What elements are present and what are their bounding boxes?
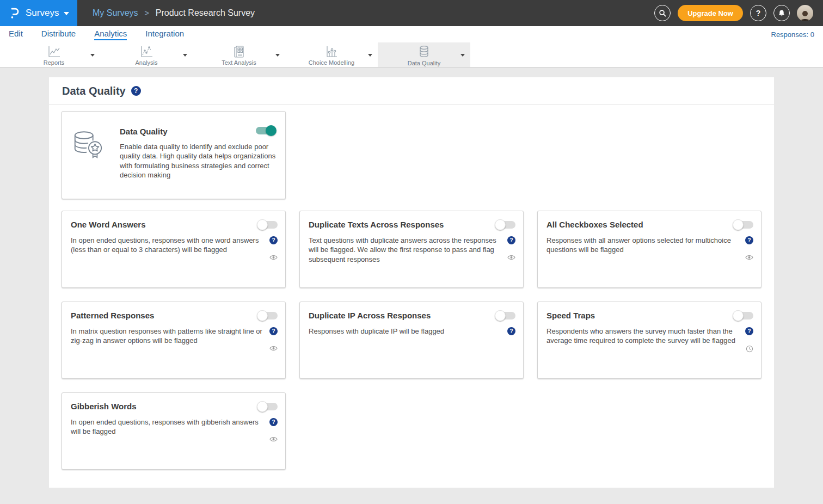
card-help-icon[interactable]: ? (507, 327, 515, 335)
topbar-actions: Upgrade Now ? (654, 5, 823, 21)
nav-item-distribute[interactable]: Distribute (41, 29, 76, 40)
chevron-down-icon[interactable] (460, 54, 465, 57)
page-background: Data Quality ? (0, 67, 823, 503)
product-switcher[interactable]: Surveys (0, 0, 77, 26)
help-button[interactable]: ? (750, 5, 766, 21)
nav-item-edit[interactable]: Edit (9, 29, 23, 40)
card-description: In matrix question responses with patter… (71, 327, 262, 346)
feature-card: Duplicate IP Across Responses Responses … (299, 302, 524, 379)
chevron-down-icon[interactable] (90, 54, 95, 57)
card-title: Patterned Responses (71, 311, 277, 320)
analytics-tabbar: Reports Analysis Text Analysis Choice Mo… (0, 42, 823, 67)
toggle-knob (495, 310, 506, 321)
feature-toggle[interactable] (258, 312, 278, 319)
nav-item-integration[interactable]: Integration (145, 29, 184, 40)
card-help-icon[interactable]: ? (269, 418, 278, 426)
feature-card: Gibberish Words In open ended questions,… (62, 392, 286, 470)
feature-toggle[interactable] (734, 221, 753, 229)
card-help-icon[interactable]: ? (269, 236, 278, 244)
card-title: Duplicate Texts Across Responses (309, 220, 514, 229)
tab-choice-modelling[interactable]: Choice Modelling (285, 42, 378, 67)
toggle-knob (733, 219, 744, 230)
eye-icon[interactable] (507, 254, 515, 261)
question-mark-icon: ? (756, 9, 761, 17)
upgrade-now-button[interactable]: Upgrade Now (678, 5, 743, 21)
page-help-icon[interactable]: ? (131, 86, 141, 96)
feature-card: Patterned Responses In matrix question r… (62, 302, 286, 379)
breadcrumb: My Surveys > Product Research Survey (77, 8, 654, 18)
toggle-knob (257, 310, 268, 321)
document-grid-icon (232, 45, 246, 58)
search-icon (659, 9, 667, 17)
questionpro-logo (9, 7, 21, 20)
feature-card: Duplicate Texts Across Responses Text qu… (299, 211, 524, 288)
page-title: Data Quality (62, 85, 126, 97)
tab-label: Analysis (136, 59, 158, 66)
tab-label: Choice Modelling (309, 59, 354, 66)
feature-card: Speed Traps Respondents who answers the … (537, 302, 761, 379)
card-help-icon[interactable]: ? (269, 327, 278, 335)
card-title: Gibberish Words (71, 402, 277, 411)
eye-icon[interactable] (745, 254, 753, 261)
feature-toggle[interactable] (734, 312, 753, 319)
bell-icon (778, 9, 785, 17)
data-quality-master-card: Data Quality Enable data quality to iden… (62, 111, 286, 199)
breadcrumb-separator: > (145, 9, 149, 17)
product-name: Surveys (26, 8, 59, 19)
card-help-icon[interactable]: ? (745, 327, 753, 335)
feature-toggle[interactable] (258, 403, 278, 410)
feature-card: All Checkboxes Selected Responses with a… (537, 211, 761, 288)
card-description: Text questions with duplicate answers ac… (309, 236, 500, 264)
card-description: Respondents who answers the survey much … (546, 327, 738, 346)
feature-toggle[interactable] (258, 221, 278, 229)
database-badge-icon (71, 128, 110, 199)
feature-toggle[interactable] (496, 312, 515, 319)
card-title: Duplicate IP Across Responses (309, 311, 514, 320)
topbar: Surveys My Surveys > Product Research Su… (0, 0, 823, 26)
card-description: Enable data quality to identify and excl… (120, 142, 277, 180)
card-description: In open ended questions, responses with … (71, 236, 262, 255)
notifications-button[interactable] (773, 5, 790, 21)
chevron-down-icon (64, 12, 69, 15)
feature-toggle[interactable] (496, 221, 515, 229)
toggle-knob (733, 310, 744, 321)
card-description: In open ended questions, responses with … (71, 417, 262, 437)
tab-label: Text Analysis (222, 59, 256, 66)
clock-icon[interactable] (746, 345, 753, 353)
tab-label: Data Quality (408, 60, 441, 66)
tab-analysis[interactable]: Analysis (100, 42, 193, 67)
feature-card: One Word Answers In open ended questions… (62, 211, 286, 288)
panel-header: Data Quality ? (49, 77, 774, 105)
data-quality-panel: Data Quality ? (49, 77, 774, 488)
chevron-down-icon[interactable] (368, 54, 372, 57)
card-help-icon[interactable]: ? (507, 236, 515, 244)
chevron-down-icon[interactable] (183, 54, 187, 57)
breadcrumb-current: Product Research Survey (156, 8, 255, 18)
card-help-icon[interactable]: ? (745, 236, 753, 244)
toggle-knob (257, 219, 268, 230)
database-icon (417, 45, 431, 59)
responses-count: Responses: 0 (771, 30, 815, 39)
nav-item-analytics[interactable]: Analytics (94, 29, 127, 40)
feature-cards-grid: One Word Answers In open ended questions… (62, 211, 761, 470)
panel-body: Data Quality Enable data quality to iden… (49, 105, 774, 488)
card-title: Data Quality (120, 127, 277, 136)
card-title: Speed Traps (546, 311, 752, 320)
toggle-knob (266, 125, 277, 136)
eye-icon[interactable] (269, 345, 278, 352)
chevron-down-icon[interactable] (275, 54, 280, 57)
dot-chart-icon (324, 45, 339, 58)
line-chart-icon (47, 45, 61, 58)
eye-icon[interactable] (269, 436, 278, 442)
tab-text-analysis[interactable]: Text Analysis (193, 42, 285, 67)
avatar[interactable] (797, 5, 813, 21)
survey-nav: Edit Distribute Analytics Integration Re… (0, 26, 823, 42)
toggle-knob (495, 219, 506, 230)
card-title: All Checkboxes Selected (546, 220, 752, 229)
tab-data-quality[interactable]: Data Quality (378, 42, 470, 67)
eye-icon[interactable] (269, 254, 278, 261)
tab-reports[interactable]: Reports (8, 42, 100, 67)
breadcrumb-my-surveys[interactable]: My Surveys (93, 8, 138, 18)
data-quality-toggle[interactable] (256, 127, 275, 134)
search-button[interactable] (654, 5, 671, 21)
